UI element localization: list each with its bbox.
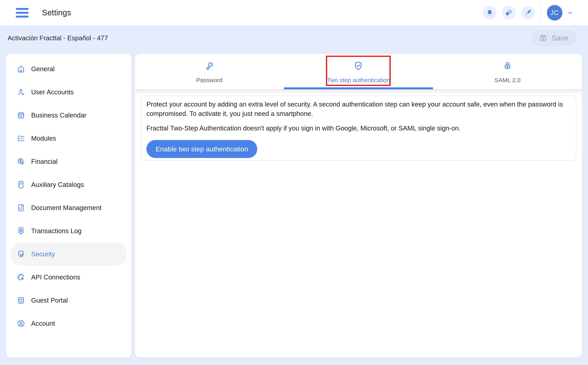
- sidebar-item-modules[interactable]: Modules: [10, 127, 127, 150]
- sidebar-item-label: Account: [31, 320, 55, 327]
- tab-label: SAML 2.0: [494, 77, 521, 84]
- sidebar-item-label: Document Management: [31, 204, 102, 212]
- sidebar-item-business-calendar[interactable]: Business Calendar: [10, 104, 127, 127]
- lock-icon: [502, 61, 513, 71]
- sidebar-item-label: Transactions Log: [31, 227, 81, 235]
- save-button-label: Save: [552, 34, 568, 42]
- hamburger-menu-button[interactable]: [15, 5, 29, 20]
- sidebar-item-label: User Accounts: [31, 88, 74, 96]
- sidebar-item-user-accounts[interactable]: User Accounts: [10, 81, 127, 104]
- settings-sidebar: GeneralUser AccountsBusiness CalendarMod…: [6, 54, 131, 358]
- toolbar: Activación Fracttal - Español - 477 Save: [0, 25, 588, 51]
- sidebar-item-label: Financial: [31, 158, 58, 165]
- security-panel: PasswordTwo step authenticationSAML 2.0 …: [135, 54, 582, 358]
- save-icon: [539, 34, 552, 42]
- key-icon: [204, 61, 214, 71]
- tab-label: Password: [196, 77, 223, 84]
- avatar[interactable]: JC: [547, 5, 562, 21]
- checklist-icon: [17, 134, 25, 143]
- sidebar-item-label: Security: [31, 250, 55, 258]
- sidebar-item-document-management[interactable]: Document Management: [10, 196, 127, 219]
- sidebar-item-security[interactable]: Security: [10, 243, 127, 266]
- two-step-content-card: Protect your account by adding an extra …: [141, 96, 576, 161]
- content-area: GeneralUser AccountsBusiness CalendarMod…: [6, 54, 582, 358]
- account-icon: [17, 319, 25, 328]
- page-title: Settings: [42, 8, 71, 17]
- book-icon: [17, 181, 25, 189]
- enable-two-step-button-label: Enable two step authentication: [156, 145, 248, 153]
- transactions-icon: [17, 227, 25, 235]
- two-step-sso-note: Fracttal Two-Step Authentication doesn't…: [146, 123, 571, 133]
- user-add-icon: [17, 88, 25, 96]
- ai-chat-icon: [505, 9, 513, 17]
- notifications-button[interactable]: [483, 6, 496, 20]
- security-icon: [17, 250, 25, 258]
- app-bar: Settings JC: [0, 0, 588, 25]
- sidebar-item-auxiliary-catalogs[interactable]: Auxiliary Catalogs: [10, 173, 127, 196]
- sidebar-item-financial[interactable]: Financial: [10, 150, 127, 173]
- ai-assistant-button[interactable]: [502, 6, 516, 20]
- rocket-icon: [524, 9, 532, 17]
- sidebar-item-label: Guest Portal: [31, 297, 68, 304]
- home-icon: [17, 65, 25, 73]
- sidebar-item-api-connections[interactable]: API Connections: [10, 266, 127, 289]
- appbar-actions: JC: [477, 4, 573, 21]
- save-button[interactable]: Save: [532, 30, 577, 46]
- user-menu[interactable]: JC: [547, 5, 573, 21]
- tab-saml-2-0[interactable]: SAML 2.0: [433, 54, 582, 89]
- tab-label: Two step authentication: [327, 77, 390, 84]
- two-step-description: Protect your account by adding an extra …: [146, 99, 571, 118]
- active-tab-underline: [284, 87, 433, 89]
- tab-password[interactable]: Password: [135, 54, 284, 89]
- bell-icon: [486, 9, 494, 17]
- sidebar-item-label: Auxiliary Catalogs: [31, 181, 84, 189]
- sidebar-item-transactions-log[interactable]: Transactions Log: [10, 219, 127, 243]
- sidebar-item-label: Business Calendar: [31, 112, 87, 119]
- enable-two-step-button[interactable]: Enable two step authentication: [146, 140, 257, 158]
- whats-new-button[interactable]: [521, 6, 535, 20]
- tab-two-step-authentication[interactable]: Two step authentication: [284, 54, 433, 89]
- document-icon: [17, 204, 25, 212]
- appbar-divider: [540, 4, 541, 21]
- sidebar-item-label: General: [31, 65, 55, 73]
- shield-check-icon: [353, 61, 363, 71]
- sidebar-item-guest-portal[interactable]: Guest Portal: [10, 289, 127, 312]
- chevron-down-icon[interactable]: [567, 9, 573, 16]
- menu-icon: [15, 7, 29, 18]
- sidebar-item-label: Modules: [31, 135, 56, 142]
- guest-portal-icon: [17, 296, 25, 305]
- calendar-icon: [17, 111, 25, 119]
- sidebar-item-label: API Connections: [31, 274, 80, 281]
- api-icon: [17, 273, 25, 281]
- tab-bar: PasswordTwo step authenticationSAML 2.0: [135, 54, 582, 89]
- breadcrumb: Activación Fracttal - Español - 477: [7, 34, 108, 42]
- sidebar-item-general[interactable]: General: [10, 57, 127, 81]
- financial-icon: [17, 157, 25, 166]
- sidebar-item-account[interactable]: Account: [10, 312, 127, 335]
